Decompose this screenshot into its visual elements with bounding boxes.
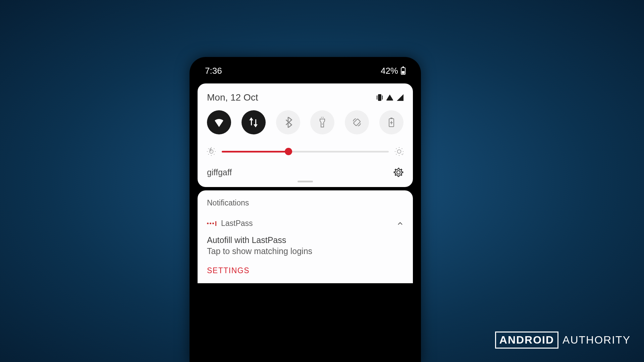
wifi-status-icon [386, 95, 393, 101]
qs-header: Mon, 12 Oct [207, 92, 404, 103]
status-right: 42% [381, 66, 406, 76]
auto-rotate-icon [352, 117, 362, 127]
phone-screen: 7:36 42% Mon, 12 Oct [194, 60, 416, 362]
battery-saver-icon [388, 117, 395, 127]
notification-action-settings[interactable]: SETTINGS [207, 266, 404, 275]
watermark: ANDROID AUTHORITY [495, 331, 631, 349]
notification-body: Tap to show matching logins [207, 246, 404, 256]
notifications-header: Notifications [207, 198, 404, 207]
brightness-low-icon [207, 147, 216, 156]
battery-icon [401, 67, 406, 75]
mobile-data-icon [249, 117, 259, 127]
drag-handle[interactable] [298, 181, 313, 182]
lastpass-icon [207, 221, 216, 226]
brightness-slider[interactable] [222, 151, 389, 153]
status-time: 7:36 [205, 66, 222, 76]
notification-app-left: LastPass [207, 219, 253, 228]
wifi-icon [214, 119, 224, 127]
svg-point-0 [322, 124, 323, 125]
qs-footer: giffgaff [207, 167, 404, 177]
watermark-boxed: ANDROID [495, 331, 558, 349]
signal-status-icon [397, 94, 404, 101]
wifi-toggle[interactable] [207, 110, 231, 134]
brightness-thumb[interactable] [285, 148, 292, 155]
battery-saver-toggle[interactable] [379, 110, 404, 134]
brightness-row: A [207, 147, 404, 156]
svg-rect-3 [390, 118, 392, 119]
qs-status-icons [377, 94, 404, 101]
status-bar: 7:36 42% [194, 60, 416, 81]
settings-gear-icon[interactable] [393, 167, 404, 177]
svg-point-5 [397, 150, 401, 154]
qs-tiles-row [207, 110, 404, 134]
notification-app-row: LastPass [207, 219, 404, 228]
auto-brightness-icon[interactable]: A [395, 147, 404, 156]
mobile-data-toggle[interactable] [241, 110, 266, 134]
phone-frame: 7:36 42% Mon, 12 Oct [190, 57, 421, 362]
notification-panel: Notifications LastPass Autofill with Las… [198, 190, 413, 283]
bluetooth-toggle[interactable] [276, 110, 300, 134]
date-text: Mon, 12 Oct [207, 92, 258, 103]
svg-rect-1 [354, 119, 361, 126]
notification-title: Autofill with LastPass [207, 235, 404, 245]
auto-rotate-toggle[interactable] [345, 110, 369, 134]
chevron-up-icon[interactable] [397, 220, 404, 227]
notification-app-name: LastPass [221, 219, 253, 228]
quick-settings-panel: Mon, 12 Oct [198, 83, 413, 187]
vibrate-icon [377, 94, 383, 101]
carrier-label: giffgaff [207, 168, 232, 177]
flashlight-toggle[interactable] [310, 110, 334, 134]
battery-percent: 42% [381, 66, 398, 76]
bluetooth-icon [284, 117, 292, 128]
flashlight-icon [318, 117, 326, 128]
watermark-plain: AUTHORITY [562, 334, 631, 346]
brightness-fill [222, 151, 288, 153]
notification-item[interactable]: LastPass Autofill with LastPass Tap to s… [207, 219, 404, 275]
svg-text:A: A [402, 152, 404, 156]
